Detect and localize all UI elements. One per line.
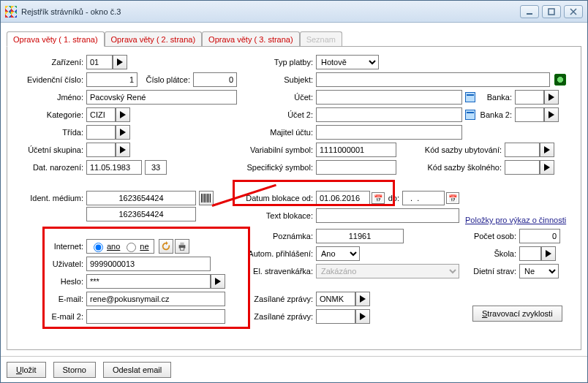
input-evid[interactable] [86,72,137,87]
select-autom[interactable]: Ano [316,246,360,261]
maximize-button[interactable] [542,5,561,18]
radio-internet-ano[interactable]: ano [90,240,120,252]
svg-rect-3 [180,243,184,246]
input-datumblok-do[interactable] [402,191,445,205]
input-cisloplatce[interactable] [193,72,237,87]
radio-group-internet: ano ne [86,239,154,254]
input-vek [145,160,167,175]
lookup-zaszpr[interactable] [355,292,370,306]
label-varsym: Variabilní symbol: [243,145,316,154]
label-uzivatel: Uživatel: [16,259,86,268]
window-title: Rejstřík strávníků - okno č.3 [21,7,121,16]
input-zaszpr[interactable] [316,292,355,306]
input-poznamka[interactable] [316,229,404,243]
label-heslo: Heslo: [16,277,86,286]
minimize-button[interactable] [520,5,539,18]
label-cisloplatce: Číslo plátce: [137,75,193,84]
ucet-cal-icon[interactable] [465,92,475,102]
svg-rect-4 [180,248,184,251]
barcode-button[interactable] [199,191,214,205]
input-textblok[interactable] [316,208,459,223]
lookup-ucetni[interactable] [116,143,130,157]
label-typplatby: Typ platby: [243,58,316,67]
select-typplatby[interactable]: Hotově [316,55,379,69]
button-odeslat[interactable]: Odeslat email [103,362,171,378]
input-specsym[interactable] [316,160,396,175]
label-elstrav: El. stravenkářka: [235,267,316,276]
input-ident2[interactable] [86,207,196,221]
radio-internet-ne[interactable]: ne [123,240,148,252]
input-varsym[interactable] [316,143,396,157]
input-zarizeni[interactable] [86,55,113,69]
link-polozky[interactable]: Položky pro výkaz o činnosti [465,216,566,224]
tab-page2[interactable]: Oprava věty ( 2. strana) [105,31,203,46]
tab-page1[interactable]: Oprava věty ( 1. strana) [7,31,105,47]
input-pocet[interactable] [519,229,560,243]
lookup-banka2[interactable] [544,107,559,122]
lookup-kodskol[interactable] [540,160,554,175]
calendar-od-button[interactable]: 📅 [372,192,385,204]
input-kodubyt[interactable] [505,143,540,157]
subjekt-action-icon[interactable] [554,74,566,86]
tab-strip: Oprava věty ( 1. strana) Oprava věty ( 2… [7,29,581,46]
label-textblok: Text blokace: [235,211,316,220]
input-kategorie[interactable] [86,107,116,122]
input-ucet2[interactable] [316,107,462,122]
print-button[interactable] [175,239,189,254]
select-dietni[interactable]: Ne [519,264,559,278]
svg-rect-1 [549,9,554,15]
label-email2: E-mail 2: [16,312,86,321]
lookup-trida[interactable] [116,125,130,140]
lookup-kategorie[interactable] [116,107,130,122]
input-majitel[interactable] [316,125,462,140]
label-zarizeni: Zařízení: [16,58,86,67]
label-pocet: Počet osob: [446,232,519,240]
tab-page3[interactable]: Oprava věty ( 3. strana) [202,31,300,46]
label-datnar: Dat. narození: [16,163,86,172]
label-dietni: Dietní strav: [446,267,519,276]
input-email[interactable] [86,292,225,306]
lookup-zarizeni[interactable] [113,55,127,69]
label-evid: Evidenční číslo: [16,75,86,84]
input-heslo[interactable] [86,274,211,289]
input-skola[interactable] [519,246,541,261]
input-jmeno[interactable] [86,90,237,105]
select-elstrav: Zakázáno [316,264,459,278]
label-jmeno: Jméno: [16,93,86,102]
refresh-button[interactable] [159,239,173,254]
input-subjekt[interactable] [316,72,550,87]
close-button[interactable] [564,5,583,18]
label-subjekt: Subjekt: [243,75,316,84]
lookup-skola[interactable] [541,246,556,261]
button-ulozit[interactable]: Uložit [7,362,46,378]
label-banka: Banka: [475,93,515,102]
lookup-zaszpr2[interactable] [355,309,370,324]
label-kodskol: Kód sazby školného: [396,163,505,172]
input-ucetni[interactable] [86,143,116,157]
input-zaszpr2[interactable] [316,309,355,324]
input-datumblok-od[interactable] [316,191,370,205]
ucet2-cal-icon[interactable] [465,110,475,120]
input-ident[interactable] [86,191,196,205]
label-ucetni: Účetní skupina: [16,145,86,154]
label-do: do: [385,194,402,202]
svg-rect-0 [527,13,532,15]
button-stravzvyk[interactable]: Stravovací zvyklosti [472,306,562,322]
input-trida[interactable] [86,125,116,140]
lookup-kodubyt[interactable] [540,143,554,157]
input-kodskol[interactable] [505,160,540,175]
input-email2[interactable] [86,309,225,324]
input-banka2[interactable] [515,107,544,122]
label-skola: Škola: [446,249,519,258]
label-autom: Autom. přihlášení: [235,249,316,258]
input-ucet[interactable] [316,90,462,105]
input-uzivatel[interactable] [86,257,211,271]
lookup-heslo[interactable] [211,274,225,289]
tab-seznam[interactable]: Seznam [300,31,342,46]
input-datnar[interactable] [86,160,142,175]
lookup-banka[interactable] [544,90,559,105]
label-majitel: Majitel účtu: [243,128,316,137]
input-banka[interactable] [515,90,544,105]
calendar-do-button[interactable]: 📅 [446,192,459,204]
button-storno[interactable]: Storno [53,362,96,378]
